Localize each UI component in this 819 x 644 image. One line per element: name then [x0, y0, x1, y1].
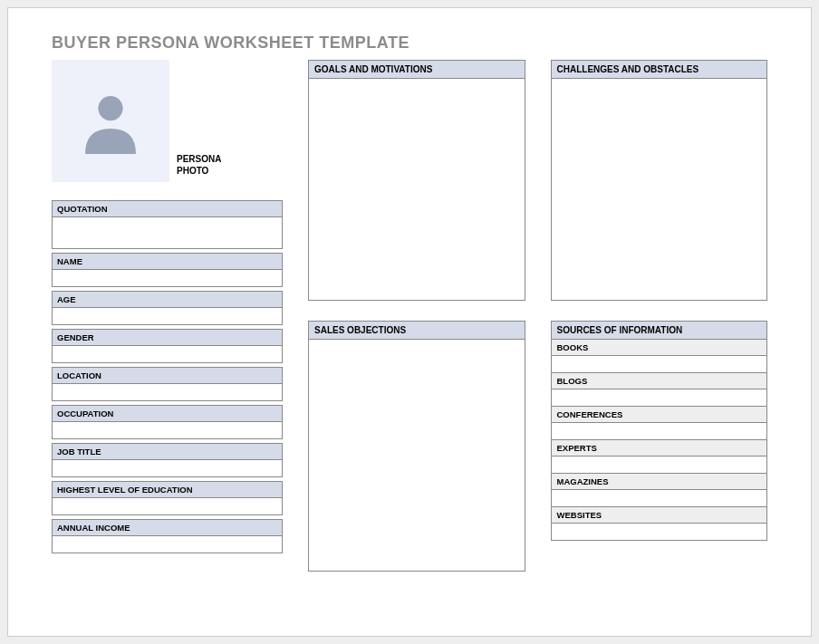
field-label: GENDER — [53, 330, 282, 346]
field-location: LOCATION — [52, 367, 283, 401]
subfield-input[interactable] — [552, 457, 767, 473]
field-occupation: OCCUPATION — [52, 405, 283, 439]
field-name: NAME — [52, 253, 283, 287]
sources-list: BOOKS BLOGS CONFERENCES EXPERTS — [552, 340, 767, 540]
field-label: OCCUPATION — [53, 406, 282, 422]
field-job-title: JOB TITLE — [52, 443, 283, 477]
subfield-blogs: BLOGS — [552, 372, 767, 406]
subfield-books: BOOKS — [552, 340, 767, 372]
field-input[interactable] — [53, 460, 282, 476]
panel-input[interactable] — [309, 340, 525, 571]
subfield-label: WEBSITES — [552, 507, 767, 524]
field-label: LOCATION — [53, 368, 282, 384]
field-input[interactable] — [53, 270, 282, 286]
field-input[interactable] — [53, 384, 282, 400]
subfield-input[interactable] — [552, 356, 767, 372]
page-title: BUYER PERSONA WORKSHEET TEMPLATE — [52, 34, 767, 53]
field-education: HIGHEST LEVEL OF EDUCATION — [52, 481, 283, 515]
svg-point-0 — [98, 96, 122, 120]
field-gender: GENDER — [52, 329, 283, 363]
subfield-conferences: CONFERENCES — [552, 406, 767, 439]
subfield-input[interactable] — [552, 423, 767, 439]
panel-label: SOURCES OF INFORMATION — [552, 322, 767, 340]
field-label: ANNUAL INCOME — [53, 520, 282, 536]
panel-label: SALES OBJECTIONS — [309, 322, 525, 340]
panel-objections: SALES OBJECTIONS — [308, 321, 525, 572]
panel-challenges: CHALLENGES AND OBSTACLES — [551, 60, 768, 301]
field-label: QUOTATION — [53, 201, 282, 217]
photo-row: PERSONA PHOTO — [52, 60, 283, 182]
field-label: NAME — [53, 254, 282, 270]
subfield-label: BOOKS — [552, 340, 767, 356]
left-column: PERSONA PHOTO QUOTATION NAME AGE GENDER … — [52, 60, 283, 572]
panel-sources: SOURCES OF INFORMATION BOOKS BLOGS CONFE… — [551, 321, 768, 541]
subfield-websites: WEBSITES — [552, 506, 767, 540]
subfield-experts: EXPERTS — [552, 439, 767, 473]
subfield-label: EXPERTS — [552, 440, 767, 457]
field-input[interactable] — [53, 308, 282, 324]
subfield-input[interactable] — [552, 389, 767, 406]
field-input[interactable] — [53, 422, 282, 438]
photo-label: PERSONA PHOTO — [177, 153, 221, 182]
subfield-magazines: MAGAZINES — [552, 473, 767, 506]
persona-photo-placeholder — [52, 60, 169, 182]
field-label: JOB TITLE — [53, 444, 282, 460]
field-quotation: QUOTATION — [52, 200, 283, 249]
panel-goals: GOALS AND MOTIVATIONS — [308, 60, 525, 301]
panel-input[interactable] — [309, 79, 525, 300]
subfield-input[interactable] — [552, 524, 767, 540]
subfield-input[interactable] — [552, 490, 767, 506]
field-input[interactable] — [53, 217, 282, 248]
right-column: CHALLENGES AND OBSTACLES SOURCES OF INFO… — [551, 60, 768, 572]
panel-label: CHALLENGES AND OBSTACLES — [552, 61, 767, 79]
field-age: AGE — [52, 291, 283, 325]
field-input[interactable] — [53, 346, 282, 362]
field-input[interactable] — [53, 498, 282, 514]
field-label: HIGHEST LEVEL OF EDUCATION — [53, 482, 282, 498]
panel-input[interactable] — [552, 79, 767, 300]
field-income: ANNUAL INCOME — [52, 519, 283, 553]
field-input[interactable] — [53, 536, 282, 553]
layout-grid: PERSONA PHOTO QUOTATION NAME AGE GENDER … — [52, 60, 767, 572]
panel-label: GOALS AND MOTIVATIONS — [309, 61, 525, 79]
subfield-label: MAGAZINES — [552, 474, 767, 490]
worksheet-page: BUYER PERSONA WORKSHEET TEMPLATE PERSONA… — [7, 7, 812, 637]
subfield-label: BLOGS — [552, 373, 767, 389]
subfield-label: CONFERENCES — [552, 407, 767, 423]
middle-column: GOALS AND MOTIVATIONS SALES OBJECTIONS — [308, 60, 525, 572]
person-icon — [74, 85, 147, 158]
field-label: AGE — [53, 292, 282, 308]
